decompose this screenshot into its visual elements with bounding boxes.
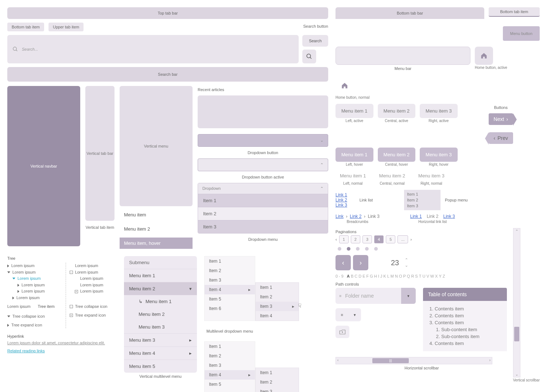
menu-button[interactable]: Menu button (503, 26, 540, 41)
top-tab-bar[interactable]: Top tab bar (7, 7, 328, 19)
ml-item[interactable]: Item 6 (205, 304, 255, 313)
ml-sub-item[interactable]: Item 3▸ (256, 302, 299, 311)
prev-arrow-button[interactable]: ‹ (335, 255, 351, 270)
ml-item[interactable]: Item 5 (205, 294, 255, 304)
hlink-item[interactable]: Link 3 (443, 214, 455, 219)
path-control-compact[interactable]: ≡ ▾ (335, 308, 361, 321)
menu-item-central-normal[interactable]: Menu item 2 (375, 171, 410, 181)
dropdown-item[interactable]: Item 2 (198, 207, 328, 220)
spinner-down-icon[interactable]: ⌄ (405, 263, 408, 268)
ml-sub-item[interactable]: Item 2 (256, 292, 299, 302)
submenu-item[interactable]: Menu item 3 (124, 321, 197, 333)
page-number[interactable]: 1 (339, 235, 349, 243)
menu-item[interactable]: Menu item 3▸ (124, 333, 197, 346)
page-number[interactable]: ... (397, 235, 408, 243)
search-input[interactable]: Search... (7, 35, 299, 63)
menu-item-left-active[interactable]: Menu item 1 (335, 104, 373, 118)
dropdown-header[interactable]: Dropdown⌃ (198, 183, 328, 194)
menu-item[interactable]: Menu item 1 (124, 269, 197, 282)
chevron-right-icon[interactable]: › (489, 358, 490, 362)
popup-item[interactable]: Item 1 (404, 191, 441, 197)
prev-button[interactable]: ‹Prev (489, 132, 513, 144)
menu-item[interactable]: Menu item (120, 209, 193, 220)
toc-item[interactable]: Contents item (435, 313, 502, 318)
scrollbar-thumb[interactable] (514, 327, 519, 341)
toc-item[interactable]: Contents item (435, 341, 502, 346)
chevron-up-icon[interactable]: ⌃ (513, 229, 520, 233)
scrollbar-thumb[interactable]: ||| (372, 358, 409, 363)
menu-item-central-hover[interactable]: Menu item 2 (378, 148, 416, 162)
ml-item[interactable]: Item 2 (205, 266, 255, 275)
link-list-item[interactable]: Link 3 (335, 203, 347, 208)
popup-item[interactable]: Item 2 (404, 197, 441, 203)
breadcrumb-link[interactable]: Link 2 (350, 214, 361, 219)
page-number[interactable]: 5 (386, 235, 395, 243)
tree-item[interactable]: Lorem ipsum (70, 263, 108, 269)
breadcrumb-link[interactable]: Link (335, 214, 344, 219)
ml-sub-item[interactable]: Item 3 (256, 387, 299, 392)
vertical-navbar[interactable]: Vertical navbar (7, 86, 80, 246)
search-bar[interactable]: Search bar (7, 67, 328, 82)
menu-item-left-normal[interactable]: Menu item 1 (335, 171, 371, 181)
submenu-item[interactable]: ↳Menu item 1 (124, 295, 197, 308)
tree-item[interactable]: Lorem ipsum (7, 282, 55, 289)
alpha-pagination[interactable]: 0-9 ABCDEFGHIJKLMNOPQRSTUVWXYZ (335, 274, 508, 278)
ml-item[interactable]: Item 4▸ (205, 285, 255, 294)
tree-item[interactable]: Lorem ipsum (7, 275, 55, 282)
toc-item[interactable]: Contents item Sub-content item Sub-conte… (435, 320, 502, 339)
menu-item-right-active[interactable]: Menu item 3 (420, 104, 458, 118)
hlink-item[interactable]: Link 1 (410, 214, 422, 219)
ml-sub-item[interactable]: Item 1 (256, 283, 299, 292)
menu-item-hover[interactable]: Menu item, hover (120, 238, 193, 249)
toc-sub-item[interactable]: Sub-content item (441, 327, 502, 332)
tree-item[interactable]: +Lorem ipsum (70, 288, 108, 295)
chevron-left-icon[interactable]: ‹ (335, 237, 337, 242)
ml-sub-item[interactable]: Item 2 (256, 377, 299, 387)
menu-item-2[interactable]: Menu item 2 (120, 223, 193, 235)
ml-item[interactable]: Item 4▸ (205, 370, 255, 380)
tree-item[interactable]: Lorem ipsum (7, 269, 55, 276)
horizontal-scrollbar[interactable]: ‹ ||| › (335, 357, 492, 364)
dropdown-item[interactable]: Item 1 (198, 194, 328, 207)
related-reading-link[interactable]: Related reading links (7, 349, 117, 353)
folder-up-button[interactable] (335, 326, 349, 338)
tree-item[interactable]: Lorem ipsum (70, 282, 108, 289)
next-button[interactable]: Next› (489, 113, 513, 125)
search-icon-button[interactable] (302, 50, 316, 63)
ml-item[interactable]: Item 2 (205, 351, 255, 361)
spinner-up-icon[interactable]: ⌃ (405, 258, 408, 262)
menu-item-right-normal[interactable]: Menu item 3 (414, 171, 449, 181)
vertical-menu[interactable]: Vertical menu (120, 86, 193, 206)
pagination-dot[interactable] (356, 247, 360, 251)
dropdown-item[interactable]: Item 3 (198, 220, 328, 233)
pagination-dot[interactable] (374, 247, 378, 251)
tree-item[interactable]: Lorem ipsum (7, 288, 55, 295)
ml-item[interactable]: Item 5 (205, 380, 255, 389)
tree-item[interactable]: Lorem ipsum (7, 295, 55, 301)
pagination-dot[interactable] (365, 247, 369, 251)
chevron-down-icon[interactable]: ▾ (401, 288, 416, 304)
tree-item[interactable]: -Lorem ipsum (70, 269, 108, 276)
menu-item[interactable]: Menu item 4▸ (124, 346, 197, 360)
ml-item[interactable]: Item 1 (205, 342, 255, 351)
vertical-scrollbar[interactable]: ⌃ ⌄ (513, 228, 520, 377)
search-button[interactable]: Search (302, 35, 328, 47)
menu-item[interactable]: Menu item 5 (124, 360, 197, 373)
toc-sub-item[interactable]: Sub-contents item (441, 334, 502, 339)
menu-bar[interactable] (335, 47, 470, 65)
bottom-tab-item[interactable]: Bottom tab item (7, 23, 44, 31)
ml-sub-item[interactable]: Item 1 (256, 368, 299, 377)
pagination-dot-active[interactable] (347, 247, 350, 251)
popup-item[interactable]: Item 3 (404, 203, 441, 209)
next-arrow-button[interactable]: › (353, 255, 368, 270)
vertical-tab-bar[interactable]: Vertical tab bar (85, 86, 115, 221)
menu-item-left-hover[interactable]: Menu item 1 (335, 148, 373, 162)
chevron-left-icon[interactable]: ‹ (337, 358, 338, 362)
hlink-item[interactable]: Link 2 (427, 214, 438, 219)
chevron-down-icon[interactable]: ⌄ (513, 372, 520, 376)
upper-tab-item[interactable]: Upper tab item (49, 23, 84, 31)
hyperlink-text[interactable]: Lorem ipsum dolor sit amet, consectetur … (7, 341, 117, 345)
ml-item[interactable]: Item 1 (205, 256, 255, 266)
link-list-item[interactable]: Link 1 (335, 192, 347, 197)
page-number[interactable]: 2 (351, 235, 360, 243)
